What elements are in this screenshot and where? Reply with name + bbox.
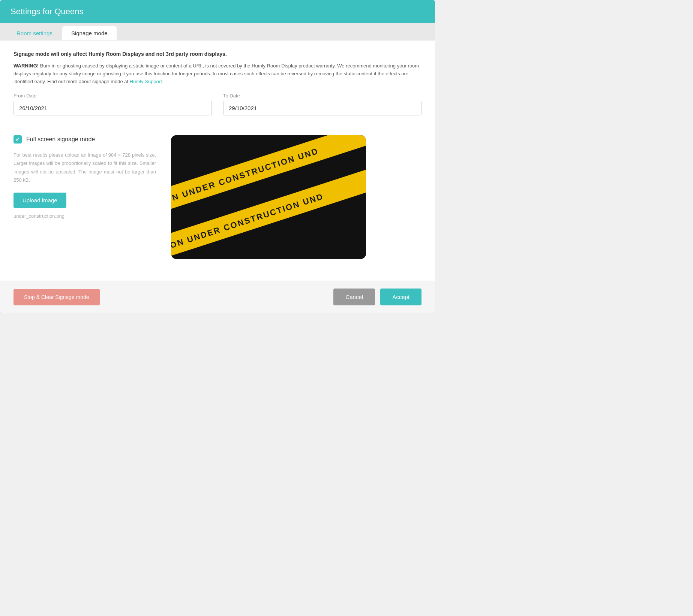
filename-display: under_construction.png xyxy=(14,213,64,219)
fullscreen-checkbox[interactable]: ✓ xyxy=(14,135,22,144)
from-date-input[interactable] xyxy=(14,101,212,115)
section-divider xyxy=(14,126,422,126)
upload-image-button[interactable]: Upload image xyxy=(14,193,66,208)
page-title: Settings for Queens xyxy=(10,7,83,16)
main-section: ✓ Full screen signage mode For best resu… xyxy=(14,135,422,259)
preview-panel: 16:06 CTION UNDER CONSTRUCTION UND CTION… xyxy=(171,135,422,259)
stop-clear-button[interactable]: Stop & Clear Signage mode xyxy=(14,289,100,305)
fullscreen-label: Full screen signage mode xyxy=(26,136,95,143)
footer-right-buttons: Cancel Accept xyxy=(333,289,422,305)
tab-bar: Room settings Signage mode xyxy=(0,23,435,40)
left-panel: ✓ Full screen signage mode For best resu… xyxy=(14,135,156,219)
warning-label: WARNING! xyxy=(14,63,39,69)
humly-support-link[interactable]: Humly Support. xyxy=(130,79,164,84)
from-date-field: From Date xyxy=(14,93,212,115)
from-date-label: From Date xyxy=(14,93,212,99)
preview-image: 16:06 CTION UNDER CONSTRUCTION UND CTION… xyxy=(171,135,366,259)
preview-container: 16:06 CTION UNDER CONSTRUCTION UND CTION… xyxy=(171,135,366,259)
to-date-field: To Date xyxy=(223,93,422,115)
accept-button[interactable]: Accept xyxy=(380,289,422,305)
date-row: From Date To Date xyxy=(14,93,422,115)
footer: Stop & Clear Signage mode Cancel Accept xyxy=(0,281,435,313)
hint-text: For best results please upload an image … xyxy=(14,151,156,184)
to-date-label: To Date xyxy=(223,93,422,99)
warning-text: WARNING! Burn in or ghosting caused by d… xyxy=(14,62,422,85)
signage-info-text: Signage mode will only affect Humly Room… xyxy=(14,51,422,57)
app-header: Settings for Queens xyxy=(0,0,435,23)
fullscreen-checkbox-row: ✓ Full screen signage mode xyxy=(14,135,156,144)
content-area: Signage mode will only affect Humly Room… xyxy=(0,40,435,269)
checkmark-icon: ✓ xyxy=(15,136,20,142)
tab-room-settings[interactable]: Room settings xyxy=(8,26,62,40)
cancel-button[interactable]: Cancel xyxy=(333,289,375,305)
tab-signage-mode[interactable]: Signage mode xyxy=(62,26,117,40)
to-date-input[interactable] xyxy=(223,101,422,115)
warning-body: Burn in or ghosting caused by displaying… xyxy=(14,63,419,84)
